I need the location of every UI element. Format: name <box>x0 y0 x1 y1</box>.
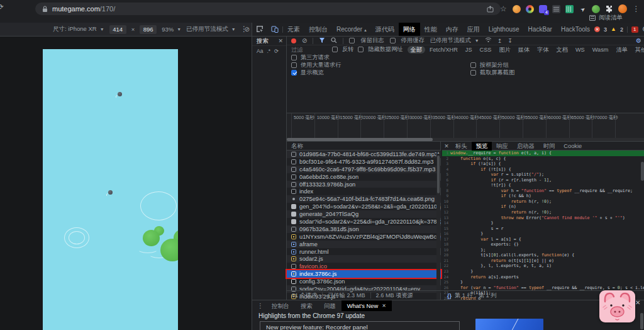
export-har-icon[interactable]: ↧ <box>508 38 513 44</box>
type-filter-8[interactable]: WS <box>572 46 588 54</box>
import-har-icon[interactable]: ↥ <box>497 38 502 44</box>
devtools-tab-2[interactable]: Recorder▴ <box>332 23 371 37</box>
table-row[interactable]: aframe <box>287 241 441 248</box>
throttling-select[interactable]: 已停用节流模式 <box>186 25 228 33</box>
bookmark-star-icon[interactable]: ☆ <box>499 5 508 13</box>
inspect-element-icon[interactable] <box>252 24 267 35</box>
code-vertical-scrollbar[interactable] <box>641 162 644 181</box>
type-filter-5[interactable]: 媒体 <box>515 46 533 54</box>
issues-count[interactable]: 1 <box>631 26 638 33</box>
table-row[interactable]: favicon.ico <box>287 263 441 270</box>
table-row[interactable]: runner.html <box>287 248 441 256</box>
type-filter-11[interactable]: 其他 <box>632 46 644 54</box>
extension-green-grid-icon[interactable] <box>565 5 574 13</box>
preview-tab-3[interactable]: 启动器 <box>513 142 539 151</box>
drawer-tab-3[interactable]: What's New✕ <box>341 300 392 311</box>
table-row[interactable]: 0a6ebbd26.ce88e.json <box>287 173 441 181</box>
whatsnew-card-title[interactable]: New preview feature: Recorder panel <box>266 324 368 330</box>
type-filter-2[interactable]: JS <box>462 46 475 54</box>
overview-scrollbar-thumb[interactable] <box>287 138 433 141</box>
match-case-icon[interactable]: Aa <box>257 48 263 54</box>
drawer-tab-1[interactable]: 搜索 <box>295 300 318 311</box>
devtools-tab-8[interactable]: Lighthouse <box>484 23 524 36</box>
search-refresh-icon[interactable]: ⟳ <box>274 48 279 54</box>
type-filter-4[interactable]: 图片 <box>496 46 513 54</box>
table-row[interactable]: c4a5460c-2ca6-4797-9ff8-5c69bb95d09c.f5b… <box>287 166 441 173</box>
type-filter-9[interactable]: Wasm <box>589 46 612 54</box>
warning-count[interactable]: 2 <box>620 26 623 33</box>
regex-icon[interactable]: .* <box>267 48 270 54</box>
table-row[interactable]: 0ff133323.9786b.json <box>287 181 441 188</box>
device-height-input[interactable] <box>140 25 157 34</box>
preview-tab-5[interactable]: Cookie <box>559 142 586 151</box>
drawer-scrollbar-thumb[interactable] <box>640 313 643 329</box>
address-bar[interactable]: mutegame.com/170/ <box>35 3 501 15</box>
extension-list-icon[interactable] <box>552 5 560 13</box>
network-filter-input[interactable] <box>291 47 328 53</box>
type-filter-1[interactable]: Fetch/XHR <box>426 46 461 54</box>
table-row[interactable]: u1NYxsmA8ZVAu2sVzPZBl4qj2FMOPiJd8uWeqwBc… <box>287 233 441 241</box>
device-width-input[interactable] <box>109 25 126 34</box>
scroll-up-icon[interactable]: ▲ <box>436 151 440 154</box>
devtools-tab-0[interactable]: 元素 <box>283 23 304 36</box>
third-party-checkbox[interactable] <box>291 55 297 60</box>
show-overview-checkbox[interactable] <box>291 70 297 76</box>
name-column-header[interactable]: 名称 <box>287 142 440 151</box>
game-viewport[interactable] <box>43 49 178 330</box>
drawer-tab-close-icon[interactable]: ✕ <box>382 300 386 311</box>
table-row[interactable]: gen_204?id=sodar2&v=2258&t=2&li=gda_r202… <box>287 203 441 210</box>
drawer-tab-0[interactable]: 控制台 <box>266 300 295 311</box>
table-row[interactable]: index.3786c.js <box>287 270 441 278</box>
scrollbar-thumb[interactable] <box>437 156 440 193</box>
pig-sticker-close-icon[interactable]: ✕ <box>635 299 640 306</box>
network-conditions-icon[interactable] <box>485 37 492 44</box>
table-row[interactable]: generate_204?TlSaQg <box>287 210 441 218</box>
capture-screenshots-checkbox[interactable] <box>470 70 476 76</box>
disable-cache-checkbox[interactable] <box>390 38 396 43</box>
device-toolbar-toggle-icon[interactable] <box>267 24 282 35</box>
table-row[interactable]: config.3786c.json <box>287 278 441 285</box>
table-row[interactable]: sodar2.js <box>287 255 441 263</box>
filter-funnel-icon[interactable] <box>319 37 325 45</box>
type-filter-7[interactable]: 文档 <box>553 46 571 54</box>
devtools-tab-6[interactable]: 内存 <box>441 23 463 36</box>
type-filter-6[interactable]: 字体 <box>534 46 552 54</box>
request-count[interactable]: 81 个请求 <box>292 292 317 300</box>
group-by-frame-checkbox[interactable] <box>470 62 476 68</box>
network-settings-gear-icon[interactable]: ⚙ <box>636 37 641 44</box>
devtools-tab-1[interactable]: 控制台 <box>304 23 332 36</box>
extension-cursor-icon[interactable]: ➤ <box>577 3 588 14</box>
type-filter-0[interactable]: 全部 <box>408 46 425 54</box>
type-filter-10[interactable]: 清单 <box>613 46 630 54</box>
table-row[interactable]: 01d9854a-77b0-4814-bf68-cc5399d113fe.de7… <box>287 151 441 158</box>
overview-scrollbar[interactable] <box>287 138 644 141</box>
extensions-puzzle-icon[interactable] <box>605 5 613 13</box>
settings-gear-icon[interactable]: ⚙ <box>642 25 644 33</box>
reading-list-button[interactable]: 阅读清单 <box>589 14 623 22</box>
devtools-tab-9[interactable]: HackBar <box>524 23 557 36</box>
pig-sticker[interactable] <box>599 290 635 322</box>
devtools-tab-10[interactable]: HackTools <box>557 23 594 36</box>
extension-green-icon[interactable] <box>592 5 600 13</box>
preview-tab-0[interactable]: 标头 <box>451 142 472 151</box>
table-row[interactable]: b9cf301e-9f64-47f6-9323-a9f91274087f.8dd… <box>287 158 441 166</box>
devtools-tab-4[interactable]: 网络 <box>399 23 420 36</box>
table-row[interactable]: index <box>287 188 441 195</box>
large-rows-checkbox[interactable] <box>291 62 297 68</box>
network-throttling-select[interactable]: 已停用节流模式 <box>430 37 471 45</box>
clear-network-log-icon[interactable]: ⊘ <box>302 37 307 44</box>
zoom-select[interactable]: 93% <box>162 26 174 33</box>
preserve-log-checkbox[interactable] <box>349 38 355 43</box>
search-panel-close-icon[interactable]: ✕ <box>278 38 283 44</box>
extension-purple-icon[interactable]: 4 <box>539 5 547 13</box>
device-size-label[interactable]: 尺寸: iPhone XR <box>53 25 97 33</box>
extension-orange-icon[interactable] <box>513 5 521 13</box>
record-network-log-icon[interactable] <box>291 38 296 43</box>
preview-tab-2[interactable]: 响应 <box>492 142 513 151</box>
table-row[interactable]: 0275e94c-56a7-410f-bd1a-fc7483f7d14a.cea… <box>287 195 441 203</box>
hide-data-urls-checkbox[interactable] <box>358 47 364 52</box>
drawer-menu-icon[interactable]: ⋮ <box>255 302 266 309</box>
invert-filter-checkbox[interactable] <box>332 47 338 52</box>
drawer-tab-2[interactable]: 问题 <box>318 300 341 311</box>
devtools-tab-5[interactable]: 性能 <box>420 23 441 36</box>
